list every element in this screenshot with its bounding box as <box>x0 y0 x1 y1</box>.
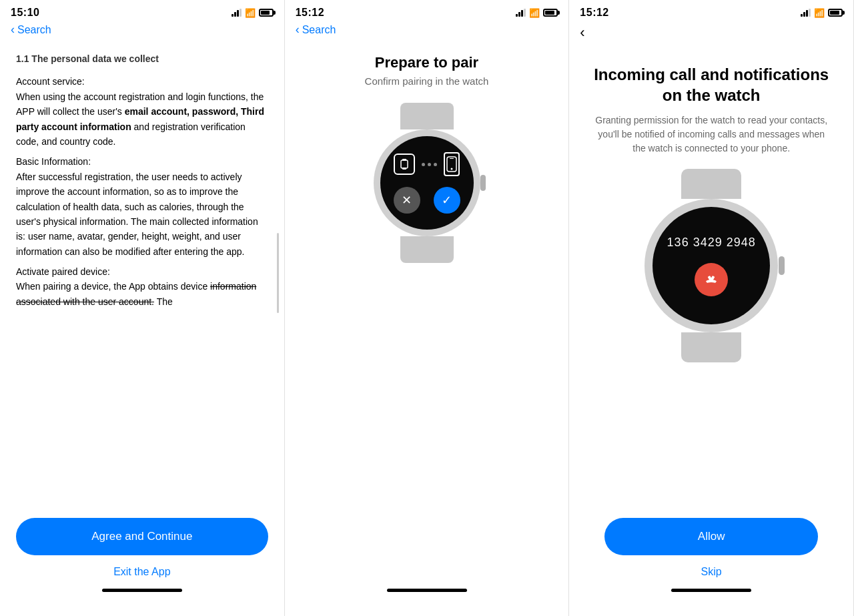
watch-illustration: ✕ ✓ <box>354 103 500 276</box>
watch-band-top <box>400 103 454 129</box>
watch2-band-bottom <box>681 332 741 362</box>
status-time-1: 15:10 <box>11 7 39 19</box>
back-label-1: Search <box>17 24 51 36</box>
watch-screen: ✕ ✓ <box>380 136 474 230</box>
privacy-panel: 15:10 📶 ‹ Search 1.1 The personal data w… <box>0 0 285 616</box>
exit-app-button[interactable]: Exit the App <box>113 566 170 578</box>
allow-button[interactable]: Allow <box>604 518 818 555</box>
notifications-content: Incoming call and notifications on the w… <box>569 57 853 505</box>
privacy-text-block: 1.1 The personal data we collect Account… <box>16 51 268 309</box>
basic-info-section: Basic Information: After successful regi… <box>16 154 268 259</box>
status-bar-2: 15:12 📶 <box>285 0 569 21</box>
notifications-footer: Allow Skip <box>569 505 853 616</box>
notifications-title: Incoming call and notifications on the w… <box>590 64 832 105</box>
notifications-panel: 15:12 📶 ‹ Incoming call and notification… <box>569 0 854 616</box>
wifi-icon-1: 📶 <box>245 8 256 18</box>
home-indicator-1 <box>102 589 182 592</box>
watch-crown <box>480 175 486 191</box>
activate-device-text: When pairing a device, the App obtains d… <box>16 281 210 292</box>
signal-icon-3 <box>801 9 811 17</box>
battery-icon-2 <box>543 9 558 17</box>
call-number: 136 3429 2948 <box>667 236 756 250</box>
nav-back-3-wrapper: ‹ <box>569 21 853 57</box>
back-button-3[interactable]: ‹ <box>580 24 584 41</box>
notifications-description: Granting permission for the watch to rea… <box>590 113 832 156</box>
pair-icons-row <box>394 152 460 176</box>
basic-info-text: After successful registration, the user … <box>16 172 258 257</box>
pair-accept-btn: ✓ <box>434 187 460 214</box>
status-icons-1: 📶 <box>232 8 274 18</box>
wifi-icon-3: 📶 <box>814 8 825 18</box>
svg-rect-5 <box>450 158 454 159</box>
agree-continue-button[interactable]: Agree and Continue <box>16 518 268 555</box>
status-bar-3: 15:12 📶 <box>569 0 853 21</box>
watch-case: ✕ ✓ <box>374 129 480 236</box>
pair-dots <box>422 163 437 166</box>
activate-device-after: The <box>154 296 173 307</box>
svg-rect-2 <box>402 168 406 170</box>
pair-subtitle: Confirm pairing in the watch <box>365 75 489 87</box>
privacy-footer: Agree and Continue Exit the App <box>0 505 284 616</box>
watch2-case: 136 3429 2948 <box>645 199 778 332</box>
pair-footer <box>285 575 569 616</box>
nav-back-1[interactable]: ‹ Search <box>0 21 284 41</box>
signal-icon-2 <box>516 9 526 17</box>
home-indicator-3 <box>671 589 751 592</box>
watch2-crown <box>779 256 785 275</box>
account-service-section: Account service: When using the account … <box>16 74 268 149</box>
pair-panel: 15:12 📶 ‹ Search Prepare to pair Confirm… <box>285 0 570 616</box>
status-time-2: 15:12 <box>296 7 324 19</box>
home-indicator-2 <box>387 589 467 592</box>
pair-action-buttons: ✕ ✓ <box>394 187 460 214</box>
svg-rect-0 <box>401 160 408 168</box>
phone-icon <box>444 152 460 176</box>
status-time-3: 15:12 <box>580 7 608 19</box>
account-service-label: Account service: <box>16 76 85 87</box>
svg-rect-1 <box>402 159 406 161</box>
privacy-scroll-area[interactable]: 1.1 The personal data we collect Account… <box>0 41 284 505</box>
watch2-band-top <box>681 169 741 199</box>
wifi-icon-2: 📶 <box>529 8 540 18</box>
pair-title: Prepare to pair <box>375 54 478 71</box>
activate-device-section: Activate paired device: When pairing a d… <box>16 264 268 309</box>
svg-point-4 <box>451 168 453 170</box>
watch2-illustration: 136 3429 2948 <box>645 169 778 362</box>
battery-icon-1 <box>259 9 274 17</box>
signal-icon-1 <box>232 9 242 17</box>
pair-reject-btn: ✕ <box>394 187 420 214</box>
back-label-2: Search <box>302 24 336 36</box>
status-icons-3: 📶 <box>801 8 843 18</box>
battery-icon-3 <box>828 9 843 17</box>
status-icons-2: 📶 <box>516 8 558 18</box>
watch2-screen: 136 3429 2948 <box>653 207 770 324</box>
chevron-left-icon-1: ‹ <box>11 23 15 37</box>
basic-info-label: Basic Information: <box>16 156 91 167</box>
watch-band-bottom <box>400 236 454 263</box>
nav-back-2[interactable]: ‹ Search <box>285 21 569 41</box>
chevron-left-icon-2: ‹ <box>296 23 300 37</box>
pair-content: Prepare to pair Confirm pairing in the w… <box>285 41 569 575</box>
call-end-button <box>695 263 728 296</box>
scroll-indicator <box>277 233 279 313</box>
skip-button[interactable]: Skip <box>701 566 722 578</box>
privacy-heading: 1.1 The personal data we collect <box>16 51 268 66</box>
activate-device-label: Activate paired device: <box>16 266 110 277</box>
status-bar-1: 15:10 📶 <box>0 0 284 21</box>
watch-icon <box>394 153 415 175</box>
